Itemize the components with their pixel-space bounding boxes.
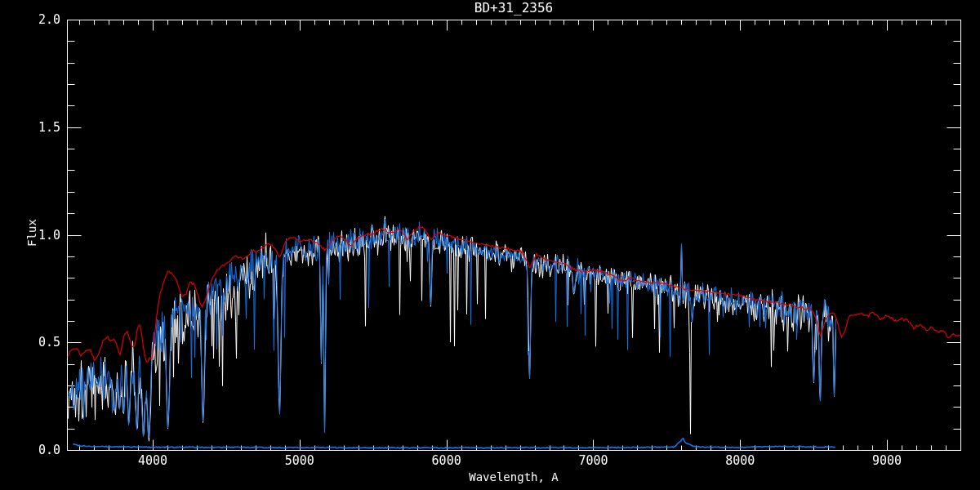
y-tick-label: 1.5 <box>0 120 60 135</box>
x-axis-label: Wavelength, A <box>67 470 960 484</box>
spectrum-figure: BD+31_2356 Wavelength, A Flux 4000500060… <box>0 0 980 490</box>
y-tick-label: 0.5 <box>0 335 60 350</box>
x-tick-label: 9000 <box>850 453 924 468</box>
x-tick-label: 8000 <box>703 453 777 468</box>
y-tick-label: 1.0 <box>0 228 60 243</box>
x-tick-label: 4000 <box>116 453 189 468</box>
spectrum-plot-canvas <box>0 0 980 490</box>
x-tick-label: 7000 <box>556 453 630 468</box>
x-tick-label: 5000 <box>263 453 336 468</box>
y-tick-label: 2.0 <box>0 12 60 27</box>
x-tick-label: 6000 <box>410 453 483 468</box>
plot-title: BD+31_2356 <box>67 1 960 16</box>
y-tick-label: 0.0 <box>0 443 60 457</box>
